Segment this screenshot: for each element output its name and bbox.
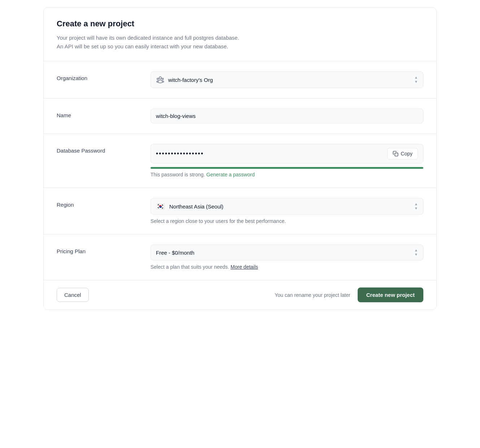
organization-control-wrapper: witch-factory's Org ▲ ▼ <box>150 71 423 88</box>
rename-hint: You can rename your project later <box>275 292 350 298</box>
organization-select[interactable]: witch-factory's Org ▲ ▼ <box>150 71 423 88</box>
name-control-wrapper <box>150 109 423 123</box>
region-select[interactable]: 🇰🇷 Northeast Asia (Seoul) ▲ ▼ <box>150 198 423 215</box>
password-wrapper: •••••••••••••••• Copy <box>150 144 423 163</box>
password-strength-bar <box>150 167 423 169</box>
password-strength-fill <box>150 167 423 169</box>
region-flag: 🇰🇷 <box>156 202 165 211</box>
chevron-up-down-icon: ▲ ▼ <box>414 76 418 84</box>
organization-section: Organization witch-factory's Org ▲ ▼ <box>44 61 436 98</box>
password-control-wrapper: •••••••••••••••• Copy This password is s… <box>150 144 423 177</box>
copy-button[interactable]: Copy <box>387 148 418 159</box>
region-chevron-icon: ▲ ▼ <box>414 202 418 210</box>
generate-password-link[interactable]: Generate a password <box>206 172 255 177</box>
footer-section: Cancel You can rename your project later… <box>44 280 436 309</box>
create-project-button[interactable]: Create new project <box>358 287 423 302</box>
region-value: Northeast Asia (Seoul) <box>169 203 414 210</box>
region-label: Region <box>57 198 136 208</box>
pricing-control-wrapper: Free - $0/month ▲ ▼ Select a plan that s… <box>150 245 423 270</box>
pricing-value: Free - $0/month <box>156 250 414 256</box>
footer-right: You can rename your project later Create… <box>275 287 423 302</box>
password-label: Database Password <box>57 144 136 154</box>
region-hint: Select a region close to your users for … <box>150 218 423 224</box>
name-label: Name <box>57 109 136 118</box>
page-title: Create a new project <box>57 19 423 28</box>
region-section: Region 🇰🇷 Northeast Asia (Seoul) ▲ ▼ Sel… <box>44 188 436 234</box>
pricing-chevron-icon: ▲ ▼ <box>414 249 418 256</box>
password-section: Database Password •••••••••••••••• Copy … <box>44 134 436 188</box>
organization-value: witch-factory's Org <box>168 77 414 83</box>
password-dots: •••••••••••••••• <box>156 150 387 158</box>
header-section: Create a new project Your project will h… <box>44 8 436 61</box>
copy-icon <box>393 151 398 157</box>
organization-label: Organization <box>57 71 136 81</box>
pricing-section: Pricing Plan Free - $0/month ▲ ▼ Select … <box>44 234 436 280</box>
cancel-button[interactable]: Cancel <box>57 288 89 302</box>
pricing-select[interactable]: Free - $0/month ▲ ▼ <box>150 245 423 260</box>
org-icon <box>156 75 165 84</box>
pricing-label: Pricing Plan <box>57 245 136 254</box>
password-hint: This password is strong. Generate a pass… <box>150 172 423 177</box>
more-details-link[interactable]: More details <box>231 264 258 270</box>
pricing-hint: Select a plan that suits your needs. Mor… <box>150 264 423 270</box>
region-control-wrapper: 🇰🇷 Northeast Asia (Seoul) ▲ ▼ Select a r… <box>150 198 423 224</box>
page-description: Your project will have its own dedicated… <box>57 34 423 51</box>
name-section: Name <box>44 98 436 134</box>
svg-rect-0 <box>395 153 398 156</box>
page-container: Create a new project Your project will h… <box>43 7 437 310</box>
name-input[interactable] <box>150 109 423 123</box>
